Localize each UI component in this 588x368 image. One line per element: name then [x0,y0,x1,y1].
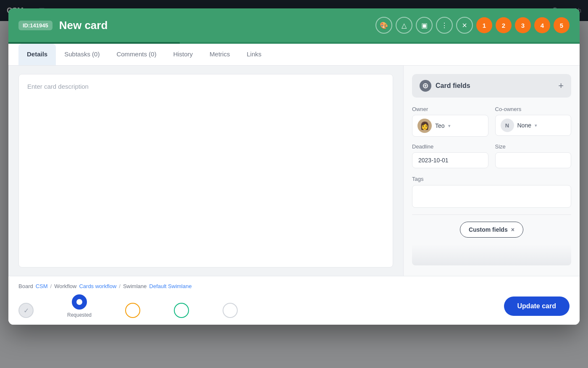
owner-label: Owner [412,106,488,112]
step-circle-done[interactable]: ✓ [18,303,34,318]
owner-coowner-grid: Owner 👩 Teo ▾ Co-owners N None ▾ [412,106,571,137]
status-step-requested: Requested [67,294,92,318]
tags-input[interactable] [412,185,571,208]
size-input[interactable] [495,152,572,168]
close-btn[interactable]: × [456,17,473,34]
modal-tabs: Details Subtasks (0) Comments (0) Histor… [8,44,580,66]
coowner-selector[interactable]: N None ▾ [495,115,572,136]
status-step-4 [174,303,189,318]
coowners-label: Co-owners [495,106,572,112]
custom-fields-btn[interactable]: Custom fields × [460,222,523,238]
step-label-requested: Requested [67,312,92,318]
modal-footer: Board CSM / Workflow Cards workflow / Sw… [8,276,580,325]
owner-avatar: 👩 [417,119,432,133]
size-label: Size [495,143,572,150]
card-id-badge: ID:141945 [18,21,52,30]
tab-links[interactable]: Links [238,44,270,65]
workflow-link[interactable]: Cards workflow [79,283,116,289]
sep1: / [50,283,52,289]
modal-header: ID:141945 New card 🎨 △ ▣ ⋮ × 1 2 3 4 5 [8,8,580,42]
status-step-done: ✓ [18,303,34,318]
status-steps: ✓ Requested [18,294,238,318]
custom-fields-label: Custom fields [469,226,508,233]
custom-fields-close-icon: × [511,226,514,233]
board-link[interactable]: CSM [36,283,48,289]
sidebar-bottom-fade [412,244,571,265]
card-title: New card [59,19,108,32]
avatar-4[interactable]: 4 [534,17,550,33]
owner-chevron: ▾ [448,123,451,129]
card-fields-title: Card fields [420,80,470,92]
tab-subtasks[interactable]: Subtasks (0) [56,44,108,65]
more-options-btn[interactable]: ⋮ [436,17,453,34]
tab-comments[interactable]: Comments (0) [108,44,165,65]
avatar-1[interactable]: 1 [476,17,492,33]
tags-field-group: Tags [412,175,571,208]
coowner-field-group: Co-owners N None ▾ [495,106,572,137]
size-field-group: Size [495,143,572,168]
triangle-icon-btn[interactable]: △ [396,17,412,34]
owner-field-group: Owner 👩 Teo ▾ [412,106,488,137]
deadline-label: Deadline [412,143,488,150]
layout-icon-btn[interactable]: ▣ [416,17,433,34]
breadcrumb: Board CSM / Workflow Cards workflow / Sw… [18,283,570,289]
status-step-5 [223,303,238,318]
card-modal: ID:141945 New card 🎨 △ ▣ ⋮ × 1 2 3 4 5 D… [8,8,580,325]
step-circle-active[interactable] [72,294,87,310]
status-bar: ✓ Requested [18,294,570,318]
tags-label: Tags [412,176,423,182]
modal-header-left: ID:141945 New card [18,19,108,32]
avatar-3[interactable]: 3 [515,17,531,33]
coowner-chevron: ▾ [535,123,537,128]
divider [412,214,571,215]
card-fields-label: Card fields [436,82,470,90]
tab-details[interactable]: Details [18,44,56,65]
avatar-2[interactable]: 2 [496,17,512,33]
add-field-btn[interactable]: + [558,81,564,90]
modal-overlay: ID:141945 New card 🎨 △ ▣ ⋮ × 1 2 3 4 5 D… [0,0,588,368]
check-icon: ✓ [24,307,29,315]
deadline-field-group: Deadline [412,143,488,168]
workflow-label: Workflow [54,283,76,289]
update-card-btn[interactable]: Update card [504,297,570,316]
card-fields-icon [420,80,431,92]
coowner-badge: N [501,119,514,132]
tab-metrics[interactable]: Metrics [201,44,238,65]
deadline-size-grid: Deadline Size [412,143,571,168]
progress-bar [8,42,580,44]
description-placeholder: Enter card description [27,83,89,90]
swimlane-link[interactable]: Default Swimlane [149,283,192,289]
active-dot [76,299,82,305]
tab-history[interactable]: History [165,44,201,65]
step-circle-3[interactable] [125,303,140,318]
coowner-name: None [517,122,531,129]
modal-header-right: 🎨 △ ▣ ⋮ × 1 2 3 4 5 [375,17,570,34]
board-label: Board [18,283,33,289]
status-step-3 [125,303,140,318]
owner-name: Teo [435,122,445,129]
deadline-input[interactable] [412,152,488,168]
modal-body: Enter card description Card fields [8,66,580,276]
avatar-5[interactable]: 5 [554,17,570,33]
sep2: / [119,283,121,289]
step-circle-5[interactable] [223,303,238,318]
progress-bar-fill [8,42,180,44]
card-fields-header: Card fields + [412,74,571,98]
owner-selector[interactable]: 👩 Teo ▾ [412,115,488,137]
right-sidebar: Card fields + Owner 👩 Teo ▾ [403,66,580,276]
description-box[interactable]: Enter card description [18,74,393,267]
step-circle-4[interactable] [174,303,189,318]
swimlane-label: Swimlane [123,283,147,289]
custom-fields-container: Custom fields × [412,222,571,238]
palette-icon-btn[interactable]: 🎨 [375,17,392,34]
content-area: Enter card description [8,66,403,276]
